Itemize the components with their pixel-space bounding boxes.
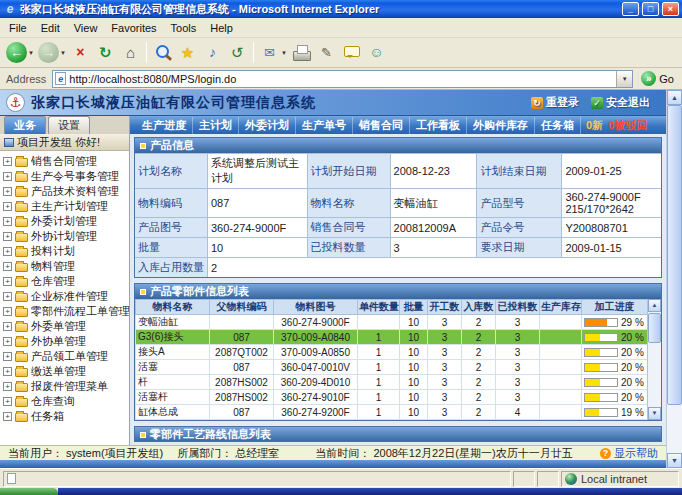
sidebar-item-4[interactable]: +外委计划管理: [3, 214, 129, 229]
taskbar[interactable]: [0, 488, 682, 495]
dropdown-arrow-icon[interactable]: ▼: [28, 50, 34, 56]
expand-icon[interactable]: +: [3, 247, 12, 256]
expand-icon[interactable]: +: [3, 322, 12, 331]
start-button-fragment[interactable]: [0, 488, 58, 495]
sidebar-item-1[interactable]: +生产令号事务管理: [3, 169, 129, 184]
table-row[interactable]: 活塞087360-047-0010V11032320 %: [136, 360, 648, 375]
nav-item-0[interactable]: 生产进度: [136, 117, 193, 134]
sidebar-item-15[interactable]: +报废件管理菜单: [3, 379, 129, 394]
history-button[interactable]: ↺: [225, 42, 250, 63]
sidebar-item-0[interactable]: +销售合同管理: [3, 154, 129, 169]
sidebar-item-11[interactable]: +外委单管理: [3, 319, 129, 334]
menu-tools[interactable]: Tools: [164, 20, 204, 36]
menu-edit[interactable]: Edit: [34, 20, 67, 36]
parts-table-scrollbar[interactable]: ▲ ▼: [647, 299, 661, 420]
cell: 3: [428, 330, 462, 345]
expand-icon[interactable]: +: [3, 367, 12, 376]
module-tab-0[interactable]: 业务: [4, 116, 46, 134]
expand-icon[interactable]: +: [3, 217, 12, 226]
menu-view[interactable]: View: [67, 20, 105, 36]
refresh-button[interactable]: ↻: [93, 42, 118, 63]
sidebar-item-13[interactable]: +产品领工单管理: [3, 349, 129, 364]
module-tab-1[interactable]: 设置: [48, 116, 90, 134]
expand-icon[interactable]: +: [3, 202, 12, 211]
scroll-down-icon[interactable]: ▼: [648, 407, 661, 420]
expand-icon[interactable]: +: [3, 262, 12, 271]
expand-icon[interactable]: +: [3, 172, 12, 181]
relogin-button[interactable]: ↻ 重登录: [531, 95, 579, 110]
scroll-up-icon[interactable]: ▲: [648, 299, 661, 312]
dropdown-arrow-icon[interactable]: ▼: [60, 50, 66, 56]
minimize-button[interactable]: _: [622, 2, 639, 16]
forward-button[interactable]: →▼: [36, 42, 68, 63]
expand-icon[interactable]: +: [3, 412, 12, 421]
title-bar[interactable]: e 张家口长城液压油缸有限公司管理信息系统 - Microsoft Intern…: [0, 0, 682, 18]
menu-help[interactable]: Help: [203, 20, 240, 36]
dropdown-arrow-icon[interactable]: ▼: [281, 50, 287, 56]
messenger-button[interactable]: ☺: [364, 42, 389, 63]
sidebar-item-2[interactable]: +产品技术资料管理: [3, 184, 129, 199]
sidebar-item-16[interactable]: +仓库查询: [3, 394, 129, 409]
sidebar-item-7[interactable]: +物料管理: [3, 259, 129, 274]
table-row[interactable]: 杆2087HS002360-209-4D01011032320 %: [136, 375, 648, 390]
expand-icon[interactable]: +: [3, 277, 12, 286]
print-button[interactable]: [289, 42, 314, 63]
nav-item-4[interactable]: 销售合同: [353, 117, 410, 134]
sidebar-item-3[interactable]: +主生产计划管理: [3, 199, 129, 214]
sidebar-item-5[interactable]: +外协计划管理: [3, 229, 129, 244]
nav-item-2[interactable]: 外委计划: [239, 117, 296, 134]
table-row[interactable]: G3(6)接头087370-009-A084011032320 %: [136, 330, 648, 345]
scroll-up-icon[interactable]: ▲: [667, 90, 682, 105]
expand-icon[interactable]: +: [3, 307, 12, 316]
media-button[interactable]: ♪: [200, 42, 225, 63]
scroll-track[interactable]: [648, 312, 661, 407]
nav-item-3[interactable]: 生产单号: [296, 117, 353, 134]
mail-button[interactable]: ✉▼: [257, 42, 289, 63]
nav-item-1[interactable]: 主计划: [193, 117, 239, 134]
expand-icon[interactable]: +: [3, 382, 12, 391]
table-row[interactable]: 活塞杆2087HS002360-274-9010F11032320 %: [136, 390, 648, 405]
expand-icon[interactable]: +: [3, 187, 12, 196]
nav-item-5[interactable]: 工作看板: [410, 117, 467, 134]
go-button[interactable]: » Go: [636, 71, 679, 86]
scroll-track[interactable]: [667, 105, 682, 453]
logout-button[interactable]: ✓ 安全退出: [591, 95, 650, 110]
expand-icon[interactable]: +: [3, 337, 12, 346]
search-button[interactable]: [150, 42, 175, 63]
table-row[interactable]: 接头A2087QT002370-009-A085011032320 %: [136, 345, 648, 360]
table-row[interactable]: 变幅油缸360-274-9000F1032329 %: [136, 315, 648, 330]
nav-item-6[interactable]: 外购件库存: [467, 117, 535, 134]
sidebar-item-10[interactable]: +零部件流程工单管理: [3, 304, 129, 319]
page-scrollbar[interactable]: ▲ ▼: [666, 90, 682, 468]
menu-file[interactable]: File: [2, 20, 34, 36]
home-button[interactable]: ⌂: [118, 42, 143, 63]
scroll-thumb[interactable]: [648, 313, 661, 343]
maximize-button[interactable]: □: [642, 2, 659, 16]
address-dropdown-button[interactable]: ▼: [616, 71, 632, 87]
stop-button[interactable]: ×: [68, 42, 93, 63]
expand-icon[interactable]: +: [3, 157, 12, 166]
expand-icon[interactable]: +: [3, 397, 12, 406]
close-button[interactable]: ×: [662, 2, 679, 16]
scroll-thumb[interactable]: [667, 105, 682, 405]
back-button[interactable]: ←▼: [4, 42, 36, 63]
help-link[interactable]: ? 显示帮助: [600, 446, 658, 461]
sidebar-item-6[interactable]: +投料计划: [3, 244, 129, 259]
expand-icon[interactable]: +: [3, 352, 12, 361]
sidebar-item-14[interactable]: +缴送单管理: [3, 364, 129, 379]
sidebar-item-17[interactable]: +任务箱: [3, 409, 129, 424]
sidebar-item-9[interactable]: +企业标准件管理: [3, 289, 129, 304]
menu-favorites[interactable]: Favorites: [104, 20, 163, 36]
sidebar-item-12[interactable]: +外协单管理: [3, 334, 129, 349]
expand-icon[interactable]: +: [3, 232, 12, 241]
expand-icon[interactable]: +: [3, 292, 12, 301]
edit-button[interactable]: ✎: [314, 42, 339, 63]
discuss-button[interactable]: [339, 42, 364, 63]
nav-item-7[interactable]: 任务箱: [535, 117, 581, 134]
sidebar-item-8[interactable]: +仓库管理: [3, 274, 129, 289]
favorites-button[interactable]: ★: [175, 42, 200, 63]
scroll-down-icon[interactable]: ▼: [667, 453, 682, 468]
status-pane: [513, 471, 535, 487]
address-input[interactable]: e http://localhost:8080/MPS/login.do ▼: [52, 70, 633, 88]
table-row[interactable]: 缸体总成087360-274-9200F11032419 %: [136, 405, 648, 420]
